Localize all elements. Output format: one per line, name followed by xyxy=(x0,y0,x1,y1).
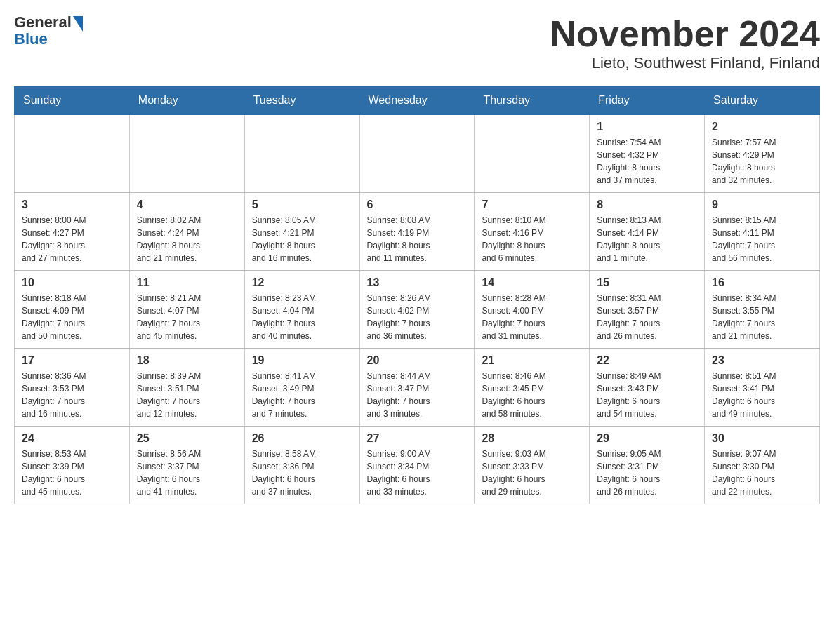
day-number: 18 xyxy=(137,354,237,367)
calendar-cell: 19Sunrise: 8:41 AMSunset: 3:49 PMDayligh… xyxy=(244,349,359,427)
day-number: 14 xyxy=(482,276,582,289)
day-number: 16 xyxy=(712,276,812,289)
day-number: 28 xyxy=(482,432,582,445)
calendar-week-row: 10Sunrise: 8:18 AMSunset: 4:09 PMDayligh… xyxy=(15,271,820,349)
day-number: 11 xyxy=(137,276,237,289)
calendar-cell: 9Sunrise: 8:15 AMSunset: 4:11 PMDaylight… xyxy=(705,193,820,271)
day-number: 22 xyxy=(597,354,697,367)
calendar-body: 1Sunrise: 7:54 AMSunset: 4:32 PMDaylight… xyxy=(15,114,820,504)
calendar-cell xyxy=(475,114,590,193)
day-number: 15 xyxy=(597,276,697,289)
calendar-cell: 25Sunrise: 8:56 AMSunset: 3:37 PMDayligh… xyxy=(129,427,244,504)
day-number: 13 xyxy=(367,276,468,289)
calendar-week-row: 3Sunrise: 8:00 AMSunset: 4:27 PMDaylight… xyxy=(15,193,820,271)
calendar-day-header: Tuesday xyxy=(244,87,359,115)
day-info: Sunrise: 8:53 AMSunset: 3:39 PMDaylight:… xyxy=(22,448,122,498)
day-number: 29 xyxy=(597,432,697,445)
page-title: November 2024 xyxy=(550,14,820,54)
calendar-cell: 13Sunrise: 8:26 AMSunset: 4:02 PMDayligh… xyxy=(359,271,475,349)
calendar-day-header: Thursday xyxy=(475,87,590,115)
day-info: Sunrise: 8:51 AMSunset: 3:41 PMDaylight:… xyxy=(712,370,812,420)
day-number: 23 xyxy=(712,354,812,367)
calendar-day-header: Wednesday xyxy=(359,87,475,115)
calendar-cell: 10Sunrise: 8:18 AMSunset: 4:09 PMDayligh… xyxy=(15,271,130,349)
day-number: 8 xyxy=(597,199,697,211)
day-info: Sunrise: 7:57 AMSunset: 4:29 PMDaylight:… xyxy=(712,136,812,187)
day-info: Sunrise: 8:31 AMSunset: 3:57 PMDaylight:… xyxy=(597,292,697,342)
day-info: Sunrise: 8:10 AMSunset: 4:16 PMDaylight:… xyxy=(482,214,582,264)
calendar-cell: 4Sunrise: 8:02 AMSunset: 4:24 PMDaylight… xyxy=(129,193,244,271)
day-info: Sunrise: 8:58 AMSunset: 3:36 PMDaylight:… xyxy=(252,448,352,498)
day-info: Sunrise: 8:36 AMSunset: 3:53 PMDaylight:… xyxy=(22,370,122,420)
day-info: Sunrise: 9:00 AMSunset: 3:34 PMDaylight:… xyxy=(367,448,468,498)
calendar-cell: 21Sunrise: 8:46 AMSunset: 3:45 PMDayligh… xyxy=(475,349,590,427)
calendar-cell: 7Sunrise: 8:10 AMSunset: 4:16 PMDaylight… xyxy=(475,193,590,271)
day-number: 27 xyxy=(367,432,468,445)
calendar-day-header: Saturday xyxy=(705,87,820,115)
day-number: 6 xyxy=(367,199,468,211)
day-info: Sunrise: 8:41 AMSunset: 3:49 PMDaylight:… xyxy=(252,370,352,420)
calendar-header: SundayMondayTuesdayWednesdayThursdayFrid… xyxy=(15,87,820,115)
day-number: 25 xyxy=(137,432,237,445)
calendar-table: SundayMondayTuesdayWednesdayThursdayFrid… xyxy=(14,86,820,504)
calendar-cell: 3Sunrise: 8:00 AMSunset: 4:27 PMDaylight… xyxy=(15,193,130,271)
day-number: 17 xyxy=(22,354,122,367)
day-number: 2 xyxy=(712,121,812,133)
day-number: 12 xyxy=(252,276,352,289)
calendar-cell: 24Sunrise: 8:53 AMSunset: 3:39 PMDayligh… xyxy=(15,427,130,504)
calendar-cell: 14Sunrise: 8:28 AMSunset: 4:00 PMDayligh… xyxy=(475,271,590,349)
day-info: Sunrise: 8:02 AMSunset: 4:24 PMDaylight:… xyxy=(137,214,237,264)
calendar-week-row: 1Sunrise: 7:54 AMSunset: 4:32 PMDaylight… xyxy=(15,114,820,193)
day-info: Sunrise: 8:28 AMSunset: 4:00 PMDaylight:… xyxy=(482,292,582,342)
calendar-cell: 29Sunrise: 9:05 AMSunset: 3:31 PMDayligh… xyxy=(590,427,705,504)
day-number: 20 xyxy=(367,354,468,367)
calendar-cell: 22Sunrise: 8:49 AMSunset: 3:43 PMDayligh… xyxy=(590,349,705,427)
day-number: 4 xyxy=(137,199,237,211)
day-info: Sunrise: 8:39 AMSunset: 3:51 PMDaylight:… xyxy=(137,370,237,420)
day-number: 19 xyxy=(252,354,352,367)
calendar-cell xyxy=(15,114,130,193)
calendar-header-row: SundayMondayTuesdayWednesdayThursdayFrid… xyxy=(15,87,820,115)
day-info: Sunrise: 8:13 AMSunset: 4:14 PMDaylight:… xyxy=(597,214,697,264)
day-info: Sunrise: 8:23 AMSunset: 4:04 PMDaylight:… xyxy=(252,292,352,342)
day-number: 30 xyxy=(712,432,812,445)
day-info: Sunrise: 8:34 AMSunset: 3:55 PMDaylight:… xyxy=(712,292,812,342)
calendar-cell: 15Sunrise: 8:31 AMSunset: 3:57 PMDayligh… xyxy=(590,271,705,349)
day-number: 5 xyxy=(252,199,352,211)
day-number: 10 xyxy=(22,276,122,289)
calendar-cell: 28Sunrise: 9:03 AMSunset: 3:33 PMDayligh… xyxy=(475,427,590,504)
day-info: Sunrise: 9:07 AMSunset: 3:30 PMDaylight:… xyxy=(712,448,812,498)
calendar-cell: 16Sunrise: 8:34 AMSunset: 3:55 PMDayligh… xyxy=(705,271,820,349)
page-header: General Blue November 2024 Lieto, Southw… xyxy=(14,14,820,72)
day-info: Sunrise: 9:05 AMSunset: 3:31 PMDaylight:… xyxy=(597,448,697,498)
calendar-cell: 5Sunrise: 8:05 AMSunset: 4:21 PMDaylight… xyxy=(244,193,359,271)
day-info: Sunrise: 8:21 AMSunset: 4:07 PMDaylight:… xyxy=(137,292,237,342)
calendar-cell: 2Sunrise: 7:57 AMSunset: 4:29 PMDaylight… xyxy=(705,114,820,193)
day-info: Sunrise: 8:49 AMSunset: 3:43 PMDaylight:… xyxy=(597,370,697,420)
logo: General Blue xyxy=(14,14,83,48)
calendar-cell: 12Sunrise: 8:23 AMSunset: 4:04 PMDayligh… xyxy=(244,271,359,349)
day-info: Sunrise: 8:26 AMSunset: 4:02 PMDaylight:… xyxy=(367,292,468,342)
day-info: Sunrise: 8:15 AMSunset: 4:11 PMDaylight:… xyxy=(712,214,812,264)
calendar-week-row: 24Sunrise: 8:53 AMSunset: 3:39 PMDayligh… xyxy=(15,427,820,504)
day-info: Sunrise: 8:00 AMSunset: 4:27 PMDaylight:… xyxy=(22,214,122,264)
day-number: 21 xyxy=(482,354,582,367)
calendar-cell: 18Sunrise: 8:39 AMSunset: 3:51 PMDayligh… xyxy=(129,349,244,427)
day-info: Sunrise: 7:54 AMSunset: 4:32 PMDaylight:… xyxy=(597,136,697,187)
calendar-cell xyxy=(129,114,244,193)
day-info: Sunrise: 8:05 AMSunset: 4:21 PMDaylight:… xyxy=(252,214,352,264)
day-number: 9 xyxy=(712,199,812,211)
logo-general-text: General xyxy=(14,14,72,31)
calendar-week-row: 17Sunrise: 8:36 AMSunset: 3:53 PMDayligh… xyxy=(15,349,820,427)
calendar-cell: 17Sunrise: 8:36 AMSunset: 3:53 PMDayligh… xyxy=(15,349,130,427)
calendar-cell: 11Sunrise: 8:21 AMSunset: 4:07 PMDayligh… xyxy=(129,271,244,349)
day-number: 26 xyxy=(252,432,352,445)
logo-blue-text: Blue xyxy=(14,30,48,48)
calendar-cell xyxy=(359,114,475,193)
logo-triangle-icon xyxy=(73,16,83,32)
calendar-day-header: Monday xyxy=(129,87,244,115)
day-number: 24 xyxy=(22,432,122,445)
page-subtitle: Lieto, Southwest Finland, Finland xyxy=(550,54,820,72)
calendar-day-header: Sunday xyxy=(15,87,130,115)
calendar-cell: 23Sunrise: 8:51 AMSunset: 3:41 PMDayligh… xyxy=(705,349,820,427)
